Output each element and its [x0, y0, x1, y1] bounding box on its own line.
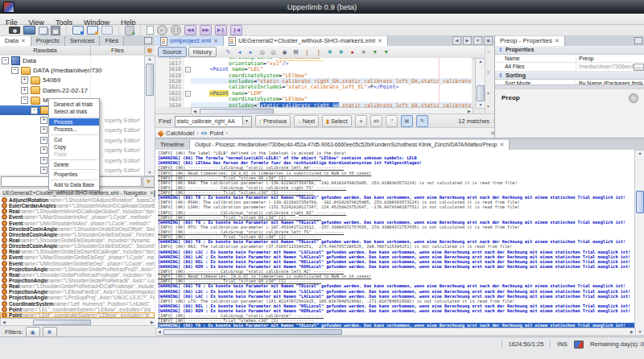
editor-tab-uegeneral2+cluster_without-sho-markers[interactable]: UEGeneral2+Cluster_without-SHO-markers.x…	[224, 36, 388, 46]
editor-fold-column[interactable]: −−	[184, 58, 191, 107]
tab-close-icon[interactable]: ✕	[21, 38, 26, 44]
fold-collapse-icon[interactable]: ▾	[487, 104, 489, 109]
console-output[interactable]: [INFO] (86) The label "LELB" defined in …	[155, 150, 637, 328]
navigator-item[interactable]: Real name="LShoulderGirdleEleDepAngle", …	[0, 237, 155, 243]
navigator-item[interactable]: Real name="LShoulderIntAroHDCalAngleGlob…	[0, 208, 155, 214]
console-line[interactable]: [WARNING] (86) LAC : Es konnte kein Para…	[158, 254, 637, 259]
tree-filter-icon[interactable]: ▼	[142, 176, 155, 188]
expander-minus-icon[interactable]: −	[21, 97, 28, 104]
forward-icon[interactable]: ▸	[246, 47, 256, 56]
navigator-item[interactable]: Event name="UMinShoulderGirdleEleDep", p…	[0, 261, 155, 266]
column-header-rawdata[interactable]: Rawdata	[0, 46, 91, 56]
panel-minimize-icon[interactable]	[634, 37, 642, 44]
comment-icon[interactable]: ⁅	[302, 47, 312, 56]
find-input[interactable]: static_calibrate_right_AA▼	[175, 116, 252, 127]
scroll-right-icon[interactable]: ▶	[149, 319, 155, 325]
scroll-tabs-right-icon[interactable]: ▶	[463, 36, 472, 45]
console-line[interactable]: [WARNING] (86) REL : Es konnte kein Para…	[158, 259, 637, 264]
context-menu-item-delete[interactable]: Delete	[49, 161, 99, 168]
expander-minus-icon[interactable]: −	[31, 107, 38, 114]
scroll-up-icon[interactable]: ▲	[635, 151, 644, 156]
expander-plus-icon[interactable]: +	[40, 117, 47, 124]
context-menu-item-select-all-trials[interactable]: Select all trials	[49, 108, 99, 115]
import-icon[interactable]	[23, 26, 35, 35]
scroll-left-icon[interactable]: ◀	[156, 328, 163, 335]
insert-mode-indicator[interactable]: INS	[557, 340, 568, 348]
fold-collapse-icon[interactable]: ▾	[487, 91, 489, 96]
navigator-item[interactable]: Event name="UMinShoulderIntAro", phase="…	[0, 221, 155, 226]
find-select-button[interactable]: ▮Select	[322, 115, 352, 127]
expander-plus-icon[interactable]: +	[40, 137, 47, 144]
console-line[interactable]: [WARNING] (86) LSC : Es konnte kein Para…	[158, 250, 637, 254]
browse-button[interactable]: ...	[634, 64, 644, 71]
scrollbar-thumb[interactable]	[163, 329, 342, 335]
expander-plus-icon[interactable]: +	[40, 126, 47, 134]
navigator-item[interactable]: Real name="LShoulderGirdleProRetracProjA…	[0, 272, 155, 278]
toggle-highlight-icon[interactable]: ▤	[291, 47, 301, 56]
navigator-item[interactable]: Event name="UMaxShoulderGirdleEleDep", p…	[0, 254, 155, 260]
expander-plus-icon[interactable]: +	[21, 76, 28, 84]
context-menu-item-cut[interactable]: Cut	[49, 136, 99, 143]
tab-preop-properties[interactable]: Preop - Properties ✕	[495, 36, 565, 46]
console-line[interactable]: [WARNING] (86) T8 : Es konnte kein Param…	[158, 220, 637, 225]
play-icon[interactable]: ▶	[157, 25, 167, 35]
panel-minimize-icon[interactable]	[144, 37, 152, 44]
navigator-item[interactable]: ProjectionAngle name="LShoulderGirdlePro…	[0, 266, 155, 272]
expander-minus-icon[interactable]: −	[2, 57, 9, 64]
navigator-item[interactable]: AdjunctRotation name="LShoulderHDAdjunct…	[0, 197, 155, 203]
scroll-left-icon[interactable]: ◀	[1, 319, 7, 325]
find-previous-icon[interactable]: ◎	[268, 47, 279, 56]
context-menu-item-process[interactable]: Process	[49, 118, 99, 126]
fold-minus-icon[interactable]: −	[185, 91, 191, 97]
property-group-properties[interactable]: ⇕Properties	[495, 46, 644, 55]
navigator-item[interactable]: ProjectionAngle name="LElbowFlexExt", Ax…	[0, 289, 155, 295]
scrollbar-thumb[interactable]	[146, 64, 154, 96]
previous-bookmark-icon[interactable]: ❖	[324, 47, 335, 56]
tree-vertical-scrollbar[interactable]: ▲ ▼	[144, 56, 155, 176]
property-group-sorting[interactable]: ⇕Sorting	[495, 72, 644, 80]
tab-list-icon[interactable]: ▼	[473, 36, 482, 45]
scroll-tabs-left-icon[interactable]: ◀	[452, 36, 461, 45]
camera-icon[interactable]	[9, 27, 20, 34]
left-tab-data[interactable]: Data✕	[0, 36, 31, 46]
maximize-window-icon[interactable]: ▣	[484, 36, 493, 45]
console-line[interactable]: [WARNING] (86) LSC : Es konnte kein Para…	[158, 289, 637, 294]
scroll-right-icon[interactable]: ▶	[629, 328, 635, 335]
source-view-button[interactable]: Source	[158, 47, 187, 57]
uncomment-icon[interactable]: ⁆	[313, 47, 324, 56]
expander-plus-icon[interactable]: +	[40, 167, 47, 174]
left-tab-files[interactable]: Files	[100, 36, 124, 46]
expand-fold-icon[interactable]: ▼	[369, 47, 380, 56]
match-case-toggle-icon[interactable]: a	[355, 115, 367, 127]
property-row-all-files[interactable]: All Files/media/oliver/7306ec4d-452.....…	[495, 63, 644, 72]
pause-icon[interactable]: ❚❚	[171, 25, 181, 35]
stop-icon[interactable]: ■	[358, 47, 369, 56]
console-line[interactable]: [WARNING] (86) T8 : Es konnte kein Param…	[158, 283, 637, 288]
table-settings-icon[interactable]: ▦	[144, 46, 155, 55]
collapse-fold-icon[interactable]: ▼	[381, 47, 391, 56]
screen-plain-icon[interactable]	[101, 26, 113, 35]
breadcrumb-item-calcmodel[interactable]: CalcModel	[166, 130, 194, 137]
run-icon[interactable]: ●	[347, 47, 357, 56]
expander-plus-icon[interactable]: +	[21, 87, 28, 94]
navigator-item[interactable]: EulerCardanAngles name="LShoulderIntAroH…	[0, 203, 155, 208]
tab-output-process[interactable]: Output - Process: /media/oliver/7306ec4d…	[190, 140, 510, 150]
fold-expand-icon[interactable]: +	[487, 49, 490, 54]
navigator-item[interactable]: Real name="LShoulderGirdleProRetracHDCal…	[0, 283, 155, 289]
screen-run-icon[interactable]	[72, 26, 84, 35]
fast-forward-icon[interactable]: ▶▶	[200, 25, 212, 35]
expander-minus-icon[interactable]: −	[11, 67, 19, 74]
highlight-results-toggle-icon[interactable]: ▤	[401, 115, 413, 127]
scroll-down-icon[interactable]: ▼	[635, 329, 644, 335]
navigator-item[interactable]: ProjectionAngle name="LShoulderGirdlePro…	[0, 278, 155, 283]
expander-plus-icon[interactable]: +	[40, 146, 47, 154]
whole-words-toggle-icon[interactable]: ab	[370, 115, 382, 127]
scroll-up-icon[interactable]: ▲	[145, 56, 155, 62]
tree-row[interactable]: −DATA (/media/oliver/730	[0, 65, 144, 75]
navigator-item[interactable]: DirectedCosinAngle name="LShoulderGirdle…	[0, 226, 155, 232]
stepper-icon[interactable]	[147, 26, 154, 35]
help-circle-icon[interactable]	[629, 93, 638, 103]
property-value[interactable]: Preop	[576, 55, 644, 63]
context-menu-item-properties[interactable]: Properties	[49, 171, 99, 178]
context-menu-item-deselect-all-trials[interactable]: Deselect all trials	[49, 101, 99, 108]
